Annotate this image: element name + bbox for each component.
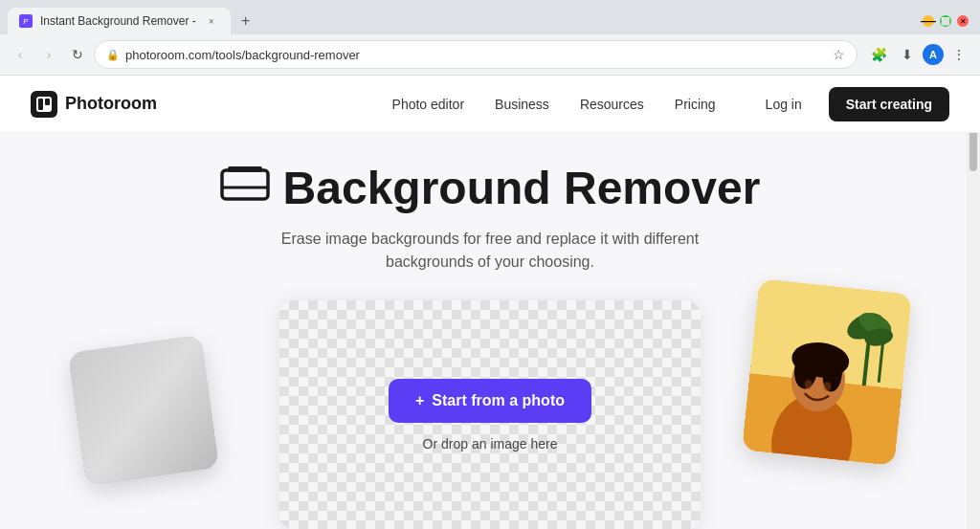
back-button[interactable]: ‹ bbox=[8, 42, 33, 67]
svg-point-11 bbox=[128, 409, 176, 457]
new-tab-button[interactable]: + bbox=[234, 10, 257, 33]
title-text: Background Remover bbox=[283, 162, 761, 214]
svg-rect-7 bbox=[68, 335, 219, 486]
floating-image-jewelry bbox=[68, 335, 219, 486]
nav-photo-editor[interactable]: Photo editor bbox=[381, 89, 477, 120]
browser-controls: ‹ › ↻ 🔒 photoroom.com/tools/background-r… bbox=[0, 34, 980, 75]
logo-icon bbox=[31, 91, 57, 118]
tab-favicon: P bbox=[19, 14, 33, 28]
person-photo-background bbox=[742, 278, 912, 466]
nav-links: Photo editor Business Resources Pricing bbox=[381, 89, 727, 120]
download-button[interactable]: ⬇ bbox=[894, 41, 921, 68]
active-tab[interactable]: P Instant Background Remover - × bbox=[8, 8, 231, 34]
drop-zone[interactable]: + Start from a photo Or drop an image he… bbox=[279, 300, 701, 529]
menu-button[interactable]: ⋮ bbox=[946, 41, 972, 68]
main-content: Background Remover Erase image backgroun… bbox=[0, 133, 980, 529]
security-lock-icon: 🔒 bbox=[106, 49, 120, 61]
logo-text: Photoroom bbox=[65, 94, 157, 114]
login-button[interactable]: Log in bbox=[750, 89, 817, 120]
svg-rect-3 bbox=[222, 170, 268, 199]
nav-pricing[interactable]: Pricing bbox=[663, 89, 727, 120]
nav-actions: Log in Start creating bbox=[750, 87, 949, 121]
page-subtitle: Erase image backgrounds for free and rep… bbox=[260, 228, 720, 274]
svg-rect-4 bbox=[228, 166, 262, 172]
nav-business[interactable]: Business bbox=[483, 89, 561, 120]
page-content: Photoroom Photo editor Business Resource… bbox=[0, 76, 980, 529]
upload-photo-button[interactable]: + Start from a photo bbox=[389, 379, 591, 423]
navbar: Photoroom Photo editor Business Resource… bbox=[0, 76, 980, 133]
forward-button[interactable]: › bbox=[36, 42, 61, 67]
tab-close-button[interactable]: × bbox=[204, 13, 219, 29]
scrollbar[interactable] bbox=[967, 110, 980, 529]
logo[interactable]: Photoroom bbox=[31, 91, 157, 118]
plus-icon: + bbox=[415, 392, 424, 409]
svg-point-10 bbox=[106, 412, 154, 460]
close-window-button[interactable]: ✕ bbox=[957, 15, 969, 27]
address-text: photoroom.com/tools/background-remover bbox=[125, 48, 827, 62]
profile-button[interactable]: A bbox=[923, 44, 944, 65]
svg-rect-1 bbox=[38, 99, 43, 110]
maximize-button[interactable]: ⬜ bbox=[940, 15, 951, 27]
page-title: Background Remover bbox=[220, 162, 761, 214]
address-bar[interactable]: 🔒 photoroom.com/tools/background-remover… bbox=[94, 40, 858, 69]
bookmark-icon[interactable]: ☆ bbox=[833, 47, 845, 62]
background-remover-icon bbox=[220, 163, 270, 214]
tab-bar: P Instant Background Remover - × + — ⬜ ✕ bbox=[0, 0, 980, 34]
upload-label: Start from a photo bbox=[432, 392, 565, 409]
svg-rect-6 bbox=[68, 335, 219, 486]
drop-zone-content: + Start from a photo Or drop an image he… bbox=[389, 379, 591, 452]
floating-image-person bbox=[742, 278, 912, 466]
jewelry-background bbox=[68, 335, 219, 486]
browser-actions: 🧩 ⬇ A ⋮ bbox=[865, 41, 972, 68]
drop-hint-text: Or drop an image here bbox=[423, 436, 558, 452]
extensions-button[interactable]: 🧩 bbox=[865, 41, 892, 68]
minimize-button[interactable]: — bbox=[923, 15, 934, 27]
tab-title: Instant Background Remover - bbox=[40, 14, 196, 28]
refresh-button[interactable]: ↻ bbox=[65, 42, 90, 67]
start-creating-button[interactable]: Start creating bbox=[829, 87, 949, 121]
nav-resources[interactable]: Resources bbox=[568, 89, 656, 120]
svg-rect-2 bbox=[45, 99, 50, 105]
browser-chrome: P Instant Background Remover - × + — ⬜ ✕… bbox=[0, 0, 980, 76]
